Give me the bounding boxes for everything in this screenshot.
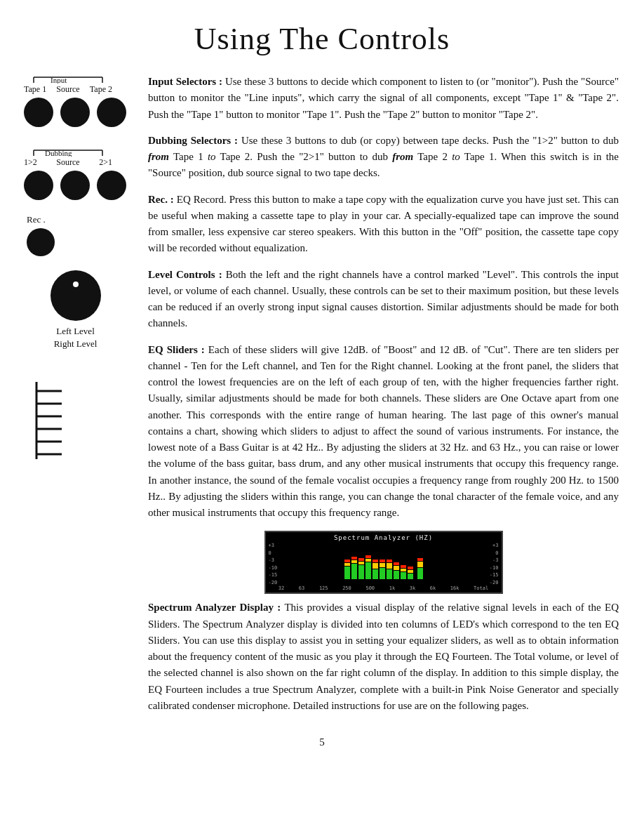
rec-button[interactable] [27,228,55,256]
spectrum-bar-5 [373,560,378,579]
spectrum-bar-1 [344,560,350,579]
dub-2to1-button[interactable] [97,171,126,200]
right-column: Input Selectors : Use these 3 buttons to… [144,74,644,724]
left-column: Input Tape 1 Source Tape 2 [21,74,144,724]
tape2-button[interactable] [97,98,126,127]
spectrum-db-right: +30-3-10-15-20 [490,542,499,586]
spectrum-bar-7 [387,560,392,579]
spectrum-db-left: +30-3-10-15-20 [269,542,278,586]
spectrum-bar-total [417,558,423,579]
spectrum-analyzer-text: Spectrum Analyzer Display : This provide… [148,600,619,714]
dubbing-selectors-text: Dubbing Selectors : Use these 3 buttons … [148,133,619,182]
spectrum-analyzer-graphic: Spectrum Analyzer (HZ) +30-3-10-15-20 +3… [264,531,503,594]
eq-sliders-illustration [21,378,137,463]
page-number: 5 [0,736,644,748]
dubbing-selectors-heading: Dubbing Selectors : [148,135,238,146]
spectrum-analyzer-desc: This provides a visual display of the re… [148,602,619,711]
eq-sliders-text: EQ Sliders : Each of these sliders will … [148,342,619,522]
input-buttons [24,98,137,127]
svg-text:Dubbing: Dubbing [45,149,72,157]
spectrum-freq-labels: 32 63 125 250 500 1k 3k 6k 16k Total [266,585,502,591]
input-button-labels: Tape 1 Source Tape 2 [21,84,112,95]
spectrum-bar-4 [365,555,371,579]
level-controls-heading: Level Controls : [148,269,222,280]
spectrum-bar-9 [401,565,406,579]
spectrum-bars [266,541,502,589]
spectrum-bar-3 [358,558,364,579]
dubbing-button-labels: 1>2 Source 2>1 [21,157,112,168]
level-knob[interactable] [51,270,101,321]
input-selectors-illustration: Input Tape 1 Source Tape 2 [21,74,137,127]
dub-1to2-button[interactable] [24,171,53,200]
spectrum-bar-2 [351,557,357,579]
eq-sliders-heading: EQ Sliders : [148,344,205,355]
level-controls-illustration: Left Level Right Level [14,270,137,350]
spectrum-title: Spectrum Analyzer (HZ) [266,532,502,541]
rec-heading: Rec. : [148,194,174,205]
svg-text:Input: Input [51,76,67,84]
eq-sliders-desc: Each of these sliders will give 12dB. of… [148,344,619,519]
rec-text: Rec. : EQ Record. Press this button to m… [148,192,619,257]
input-bracket-svg: Input [27,74,109,84]
dubbing-bracket-svg: Dubbing [27,147,109,157]
spectrum-bar-6 [380,560,385,579]
spectrum-bar-8 [394,562,399,579]
dubbing-selectors-illustration: Dubbing 1>2 Source 2>1 [21,147,137,200]
input-selectors-text: Input Selectors : Use these 3 buttons to… [148,74,619,123]
spectrum-bar-10 [408,567,413,579]
dubbing-buttons [24,171,137,200]
tape1-button[interactable] [24,98,53,127]
rec-label: Rec . [27,214,46,225]
rec-section-illustration: Rec . [21,214,137,256]
spectrum-analyzer-heading: Spectrum Analyzer Display : [148,602,281,613]
source-button[interactable] [60,98,90,127]
page-title: Using The Controls [0,21,644,57]
eq-slider-graphic [28,378,70,463]
input-selectors-heading: Input Selectors : [148,76,222,87]
rec-desc: EQ Record. Press this button to make a t… [148,194,619,254]
level-controls-text: Level Controls : Both the left and the r… [148,267,619,332]
dub-source-button[interactable] [60,171,90,200]
level-label: Left Level Right Level [54,325,98,350]
